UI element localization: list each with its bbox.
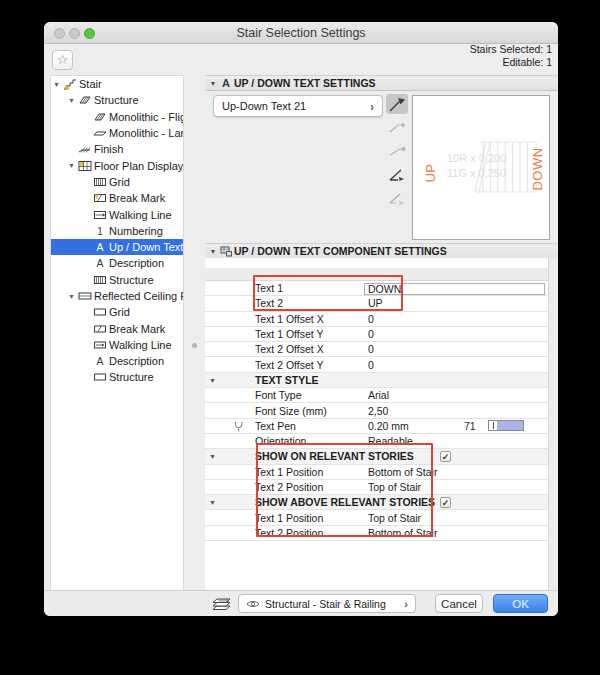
text-a-icon: A <box>93 257 108 269</box>
pen-number[interactable]: 71 <box>440 420 488 432</box>
row-gutter <box>205 510 251 524</box>
updown-component-settings-header[interactable]: ▼ UP / DOWN TEXT COMPONENT SETTINGS <box>205 243 558 259</box>
setting-row-text-2: Text 2UP <box>205 296 548 311</box>
tree-item-walking-line[interactable]: Walking Line <box>51 206 183 222</box>
setting-value[interactable]: 2,50 <box>364 405 548 417</box>
setting-label: SHOW ABOVE RELEVANT STORIES <box>251 496 548 508</box>
favorites-button[interactable]: ☆ <box>52 50 73 70</box>
tree-item-label: Reflected Ceiling Plan Display <box>93 290 183 302</box>
rect-empty-icon <box>93 306 108 318</box>
story-visibility-checkbox[interactable]: ✓ <box>440 497 451 508</box>
symbol-style-angle-marker-light-icon[interactable] <box>386 188 408 208</box>
chevron-right-icon: › <box>404 598 408 610</box>
setting-value[interactable]: 0 <box>364 328 548 340</box>
setting-value[interactable]: Bottom of Stair <box>364 466 548 478</box>
cancel-button[interactable]: Cancel <box>435 594 483 613</box>
symbol-style-angle-marker-dark-icon[interactable] <box>386 164 408 184</box>
collapse-triangle-icon[interactable]: ▼ <box>209 453 216 460</box>
setting-value[interactable]: UP <box>364 297 548 309</box>
setting-value[interactable]: 0 <box>364 313 548 325</box>
tree-item-label: Finish <box>93 143 123 155</box>
symbol-style-diagonal-dot-icon[interactable] <box>386 141 408 161</box>
setting-value[interactable]: Readable <box>364 435 548 447</box>
setting-value[interactable]: Top of Stair <box>364 512 548 524</box>
break-mark-plain-icon <box>93 323 108 335</box>
setting-label: Text 1 Position <box>251 466 364 478</box>
setting-label: Text 1 Offset X <box>251 313 364 325</box>
footer-bar: Structural - Stair & Railing › Cancel OK <box>44 590 558 616</box>
grid-lines-icon <box>93 176 108 188</box>
tree-item-numbering[interactable]: 1Numbering <box>51 223 183 239</box>
updown-symbol-dropdown[interactable]: Up-Down Text 21 › <box>213 95 383 117</box>
tree-item-break-mark[interactable]: Break Mark <box>51 320 183 336</box>
setting-value[interactable]: Top of Stair <box>364 481 548 493</box>
collapse-triangle-icon[interactable]: ▼ <box>209 499 216 506</box>
svg-text:A: A <box>96 257 103 269</box>
tree-item-description[interactable]: ADescription <box>51 353 183 369</box>
pen-color-swatch[interactable] <box>488 420 524 431</box>
setting-row-text-pen: Text Pen0.20 mm71 <box>205 419 548 434</box>
walking-line-icon <box>93 209 108 221</box>
table-column-header-strip <box>205 268 548 281</box>
setting-label: Text 1 Offset Y <box>251 328 364 340</box>
titlebar[interactable]: Stair Selection Settings <box>44 22 558 44</box>
tree-item-reflected-ceiling-plan-display[interactable]: ▼Reflected Ceiling Plan Display <box>51 288 183 304</box>
setting-value[interactable]: 0.20 mm <box>364 420 440 432</box>
ok-button[interactable]: OK <box>493 594 548 613</box>
setting-row-orientation: OrientationReadable <box>205 434 548 449</box>
setting-value[interactable]: 0 <box>364 359 548 371</box>
setting-label: Text 1 <box>251 282 364 294</box>
tree-item-monolithic-flight[interactable]: Monolithic - Flight <box>51 109 183 125</box>
setting-value[interactable]: 0 <box>364 343 548 355</box>
numbering-icon: 1 <box>93 225 108 237</box>
symbol-style-diagonal-arrow-icon[interactable] <box>386 94 408 114</box>
tree-item-structure[interactable]: ▼Structure <box>51 92 183 108</box>
expander-triangle-icon[interactable]: ▼ <box>67 293 78 300</box>
tree-item-label: Description <box>108 257 164 269</box>
layer-dropdown[interactable]: Structural - Stair & Railing › <box>238 594 416 613</box>
preview-riser-line2: 11G x 0,250 <box>447 167 506 179</box>
updown-text-settings-header[interactable]: ▼ A UP / DOWN TEXT SETTINGS <box>205 75 558 91</box>
expander-triangle-icon[interactable]: ▼ <box>52 81 63 88</box>
break-mark-icon <box>93 192 108 204</box>
text-a-icon: A <box>218 77 234 89</box>
tree-item-structure[interactable]: Structure <box>51 369 183 385</box>
symbol-style-diagonal-bent-arrow-icon[interactable] <box>386 117 408 137</box>
tree-item-stair[interactable]: ▼Stair <box>51 76 183 92</box>
tree-item-description[interactable]: ADescription <box>51 255 183 271</box>
section-title: UP / DOWN TEXT SETTINGS <box>234 77 376 89</box>
collapse-triangle-icon[interactable]: ▼ <box>208 80 218 87</box>
setting-label: Text 2 Position <box>251 527 364 539</box>
panel-divider[interactable] <box>184 75 205 608</box>
tree-item-grid[interactable]: Grid <box>51 304 183 320</box>
window-title: Stair Selection Settings <box>44 22 558 44</box>
svg-text:A: A <box>96 355 103 367</box>
expander-triangle-icon[interactable]: ▼ <box>67 162 78 169</box>
expander-triangle-icon[interactable]: ▼ <box>67 97 78 104</box>
tree-item-up-down-text[interactable]: AUp / Down Text <box>51 239 183 255</box>
tree-item-grid[interactable]: Grid <box>51 174 183 190</box>
pen-icon <box>234 421 245 433</box>
section-row-show-on-relevant-stories: ▼SHOW ON RELEVANT STORIES✓ <box>205 449 548 464</box>
setting-row-text-2-offset-x: Text 2 Offset X0 <box>205 342 548 357</box>
star-icon: ☆ <box>57 52 69 67</box>
editable-count: Editable: 1 <box>470 56 552 69</box>
collapse-triangle-icon[interactable]: ▼ <box>209 377 216 384</box>
tree-item-finish[interactable]: Finish <box>51 141 183 157</box>
setting-label: Text Pen <box>251 420 364 432</box>
tree-item-floor-plan-display[interactable]: ▼Floor Plan Display <box>51 157 183 173</box>
story-visibility-checkbox[interactable]: ✓ <box>440 451 451 462</box>
tree-item-structure[interactable]: Structure <box>51 272 183 288</box>
tree-item-break-mark[interactable]: Break Mark <box>51 190 183 206</box>
setting-label: Text 1 Position <box>251 512 364 524</box>
text-value-input[interactable] <box>364 283 545 296</box>
setting-value[interactable]: Arial <box>364 389 548 401</box>
tree-item-walking-line[interactable]: Walking Line <box>51 337 183 353</box>
setting-value[interactable]: Bottom of Stair <box>364 527 548 539</box>
table-vertical-scrollbar[interactable] <box>548 258 558 590</box>
tree-item-monolithic-landing[interactable]: Monolithic - Landing <box>51 125 183 141</box>
row-gutter <box>205 312 251 326</box>
setting-label: TEXT STYLE <box>251 374 548 386</box>
structure-3d-icon <box>78 94 93 106</box>
collapse-triangle-icon[interactable]: ▼ <box>208 248 218 255</box>
